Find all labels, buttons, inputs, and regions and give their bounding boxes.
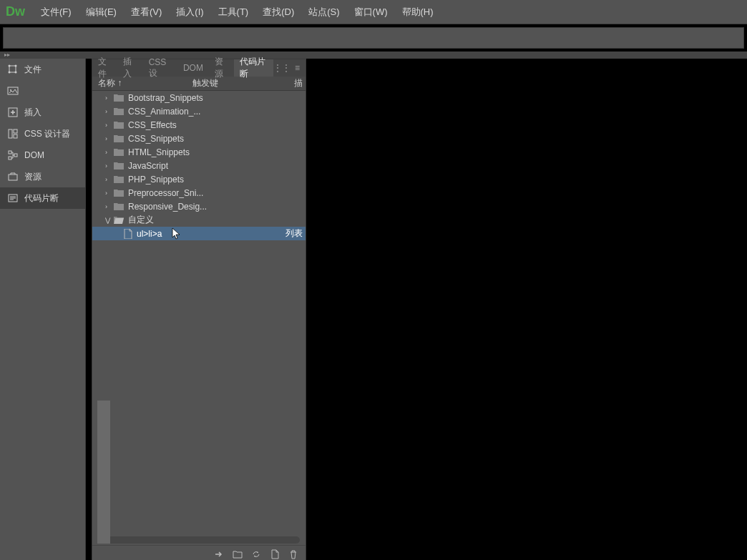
insert-snippet-icon[interactable]	[214, 549, 224, 559]
tree-label: Bootstrap_Snippets	[128, 93, 306, 103]
chevron-icon: ›	[105, 135, 114, 142]
sidebar-item-image[interactable]	[0, 80, 85, 102]
panel-menu-icon[interactable]: ≡	[295, 63, 300, 73]
svg-rect-11	[9, 157, 11, 159]
menu-site[interactable]: 站点(S)	[301, 6, 346, 19]
tree-label: HTML_Snippets	[128, 147, 306, 157]
tree-folder-row[interactable]: ›CSS_Animation_...	[92, 104, 306, 118]
horizontal-scrollbar[interactable]	[98, 536, 300, 544]
tree-folder-row[interactable]: ›HTML_Snippets	[92, 145, 306, 159]
sidebar-item-label: CSS 设计器	[24, 128, 70, 140]
css-designer-icon	[7, 128, 19, 139]
files-icon	[7, 64, 19, 75]
panel-tab-files[interactable]: 文件	[92, 59, 117, 77]
insert-icon	[7, 107, 19, 118]
assets-icon	[7, 171, 19, 182]
menu-view[interactable]: 查看(V)	[124, 6, 169, 19]
image-icon	[7, 85, 19, 97]
sidebar-item-files[interactable]: 文件	[0, 59, 85, 80]
tree-folder-row[interactable]: ›CSS_Effects	[92, 118, 306, 132]
chevron-icon: ⋁	[105, 217, 114, 224]
chevron-icon: ›	[105, 176, 114, 183]
menu-help[interactable]: 帮助(H)	[395, 6, 441, 19]
tree-label: CSS_Effects	[128, 120, 306, 130]
chevron-icon: ›	[105, 108, 114, 115]
tree-folder-row[interactable]: ›Bootstrap_Snippets	[92, 91, 306, 104]
folder-icon	[114, 94, 124, 102]
sidebar-item-label: 代码片断	[24, 192, 59, 205]
dom-icon	[7, 149, 19, 161]
chevron-icon: ›	[105, 94, 114, 102]
new-folder-icon[interactable]	[233, 549, 243, 559]
sidebar-item-snippets[interactable]: 代码片断	[0, 187, 85, 209]
tree-file-row[interactable]: ul>li>a列表	[92, 227, 306, 240]
menu-edit[interactable]: 编辑(E)	[79, 6, 124, 19]
app-logo: Dw	[6, 4, 25, 19]
sidebar-item-insert[interactable]: 插入	[0, 102, 85, 123]
panel-tab-css[interactable]: CSS 设	[143, 59, 177, 77]
panel-collapse-icon[interactable]: ⋮⋮	[273, 63, 290, 73]
tree-label: CSS_Snippets	[128, 134, 306, 144]
sidebar-item-label: DOM	[24, 150, 44, 160]
menu-insert[interactable]: 插入(I)	[169, 6, 210, 19]
options-bar	[3, 27, 744, 49]
sidebar-item-css-designer[interactable]: CSS 设计器	[0, 123, 85, 144]
svg-rect-7	[9, 129, 12, 138]
panel-footer	[92, 545, 306, 560]
sidebar-item-label: 插入	[24, 107, 42, 119]
panel-tab-dom[interactable]: DOM	[177, 59, 209, 77]
sidebar-item-assets[interactable]: 资源	[0, 166, 85, 187]
panel-tabs: 文件 插入 CSS 设 DOM 资源 代码片断 ⋮⋮ ≡	[92, 59, 306, 77]
sidebar-item-dom[interactable]: DOM	[0, 144, 85, 166]
menu-tools[interactable]: 工具(T)	[211, 6, 256, 19]
tree-label: Preprocessor_Sni...	[128, 188, 306, 198]
folder-icon	[114, 175, 124, 184]
chevron-icon: ›	[105, 203, 114, 210]
panel-tab-insert[interactable]: 插入	[117, 59, 142, 77]
menu-window[interactable]: 窗口(W)	[347, 6, 395, 19]
snippets-panel: 文件 插入 CSS 设 DOM 资源 代码片断 ⋮⋮ ≡ 名称 ↑ 触发键 描 …	[92, 59, 306, 560]
tree-right-value: 列表	[285, 227, 306, 240]
file-icon	[124, 229, 132, 239]
chevron-icon: ›	[105, 149, 114, 156]
snippets-icon	[7, 192, 19, 204]
folder-icon	[114, 121, 124, 129]
delete-icon[interactable]	[288, 549, 298, 559]
sidebar-item-label: 文件	[24, 64, 42, 76]
column-desc[interactable]: 描	[288, 77, 306, 89]
tree-folder-row[interactable]: ⋁自定义	[92, 213, 306, 227]
panel-tab-assets[interactable]: 资源	[209, 59, 234, 77]
folder-icon	[114, 148, 124, 157]
document-scrollbar[interactable]	[97, 401, 110, 544]
menubar: Dw 文件(F) 编辑(E) 查看(V) 插入(I) 工具(T) 查找(D) 站…	[0, 0, 747, 24]
svg-rect-9	[14, 134, 17, 138]
tree-folder-row[interactable]: ›Responsive_Desig...	[92, 200, 306, 213]
svg-rect-4	[8, 87, 18, 94]
panel-tab-snippets[interactable]: 代码片断	[234, 59, 273, 77]
folder-icon	[114, 216, 124, 225]
svg-rect-10	[9, 151, 11, 154]
tree-label: JavaScript	[128, 161, 306, 171]
tree-label: PHP_Snippets	[128, 175, 306, 185]
folder-icon	[114, 202, 124, 211]
menu-file[interactable]: 文件(F)	[34, 6, 79, 19]
sync-icon[interactable]	[251, 549, 261, 559]
svg-rect-8	[14, 129, 17, 133]
folder-icon	[114, 107, 124, 116]
sidebar-item-label: 资源	[24, 171, 42, 183]
tree-label: ul>li>a	[137, 229, 285, 239]
tree-folder-row[interactable]: ›Preprocessor_Sni...	[92, 186, 306, 200]
svg-rect-13	[9, 175, 17, 180]
tree-folder-row[interactable]: ›PHP_Snippets	[92, 172, 306, 186]
menu-find[interactable]: 查找(D)	[255, 6, 301, 19]
chevron-icon: ›	[105, 122, 114, 129]
expand-handle[interactable]: ▸▸	[0, 51, 747, 59]
left-sidebar: 文件 插入 CSS 设计器 DOM	[0, 59, 86, 560]
tree-folder-row[interactable]: ›CSS_Snippets	[92, 132, 306, 145]
new-snippet-icon[interactable]	[270, 549, 280, 559]
chevron-icon: ›	[105, 190, 114, 197]
snippets-tree: ›Bootstrap_Snippets›CSS_Animation_...›CS…	[92, 91, 306, 534]
tree-label: CSS_Animation_...	[128, 107, 306, 117]
folder-icon	[114, 189, 124, 197]
tree-folder-row[interactable]: ›JavaScript	[92, 159, 306, 172]
